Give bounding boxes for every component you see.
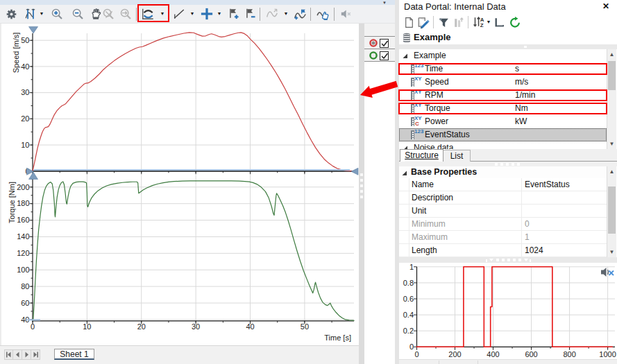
x-axis-title: Time [s]: [324, 333, 351, 342]
sheet-tab[interactable]: Sheet 1: [54, 349, 94, 360]
curve-operations-button[interactable]: [265, 7, 279, 21]
annotation-box-rpm: [398, 89, 607, 101]
series-torque: [33, 181, 354, 320]
annotation-box-band-cursor: [137, 4, 169, 22]
y-tick-label: 50: [21, 36, 29, 44]
refresh-button[interactable]: [508, 15, 522, 29]
sort-az-icon: A Z: [472, 16, 484, 28]
property-row-minimum[interactable]: Minimum 0: [399, 218, 607, 231]
property-row-unit[interactable]: Unit: [399, 205, 607, 218]
settings-button[interactable]: [4, 7, 18, 21]
data-portal-title: Data Portal: Internal Data: [404, 1, 506, 12]
replay-sound-button[interactable]: [339, 7, 353, 21]
chart-area[interactable]: 01020304050Speed [m/s]406080100120140160…: [0, 24, 359, 345]
property-row-length[interactable]: Length 1024: [399, 244, 607, 257]
slope-icon: [173, 8, 185, 20]
gear-icon: [6, 8, 17, 20]
y-tick-label: 0.6: [403, 295, 414, 303]
edit-pencil-icon: [417, 16, 430, 28]
y-tick-label: 140: [17, 232, 29, 241]
tree-row-eventstatus[interactable]: 123 EventStatus: [399, 128, 607, 141]
property-label: Unit: [412, 206, 426, 216]
curve-operations-dropdown[interactable]: ▼: [282, 10, 289, 17]
toolbar-separator: [468, 16, 468, 28]
crosshair-cursor-button[interactable]: [200, 7, 214, 21]
y-tick-label: 0: [409, 343, 414, 351]
tree-row-power[interactable]: XY C Power kW: [399, 115, 607, 128]
preview-speaker-muted-icon[interactable]: [600, 267, 616, 277]
property-value[interactable]: EventStatus: [525, 180, 570, 189]
magnifier-minus-icon: [71, 8, 84, 20]
cursor-mode-dropdown[interactable]: ▼: [38, 10, 45, 17]
properties-grid: Name EventStatus Description Unit Minimu…: [399, 178, 607, 257]
speaker-muted-icon: [339, 8, 352, 20]
property-label: Minimum: [412, 219, 446, 229]
toolbar-separator: [334, 8, 335, 21]
properties-display-button[interactable]: [492, 15, 506, 29]
flag-minus-icon: [244, 8, 257, 20]
legend-item-speed[interactable]: [364, 37, 395, 49]
tree-node-example[interactable]: Example: [399, 49, 607, 62]
set-flag-button[interactable]: [227, 7, 241, 21]
expanded-twisty-icon[interactable]: [402, 53, 408, 59]
plus-icon: [200, 7, 214, 21]
y-tick-label: 10: [21, 141, 29, 149]
legend-item-torque[interactable]: [364, 49, 395, 62]
legend-checkbox-torque[interactable]: [380, 51, 389, 60]
tab-list[interactable]: List: [443, 150, 471, 162]
previous-sheet-button[interactable]: [13, 349, 22, 360]
data-group-title: Example: [414, 32, 450, 42]
new-data-button[interactable]: [402, 15, 416, 29]
annotation-box-time: [398, 63, 607, 75]
delete-flag-button[interactable]: [244, 7, 257, 21]
property-value: 1: [525, 232, 530, 242]
data-group-header[interactable]: Example: [399, 31, 617, 44]
move-curve-button[interactable]: [316, 7, 330, 21]
legend-checkbox-speed[interactable]: [380, 39, 389, 48]
sort-button[interactable]: A Z: [471, 15, 485, 29]
property-row-name[interactable]: Name EventStatus: [399, 178, 607, 191]
last-sheet-button[interactable]: [31, 349, 40, 360]
tree-scrollbar[interactable]: ▲ ▼: [607, 49, 616, 149]
tab-structure[interactable]: Structure: [400, 149, 443, 162]
chart-legend-splitter[interactable]: [359, 24, 364, 364]
x-tick-label: 800: [563, 350, 575, 358]
zoom-previous-button[interactable]: [119, 7, 133, 21]
series-eventstatus: [417, 267, 613, 347]
edit-data-button[interactable]: [416, 15, 430, 29]
channel-preview-chart[interactable]: 00.20.40.60.8102004006008001000: [399, 263, 617, 359]
x-max-slider-handle: [351, 168, 358, 175]
channel-unit: kW: [515, 116, 527, 126]
y-tick-label: 60: [21, 299, 29, 307]
magnifier-undo-icon: [119, 8, 132, 20]
properties-preview-splitter[interactable]: [399, 257, 617, 263]
tree-properties-splitter[interactable]: [399, 162, 617, 166]
next-sheet-button[interactable]: [22, 349, 31, 360]
properties-group-header[interactable]: Base Properties: [399, 166, 617, 178]
expanded-twisty-icon[interactable]: [401, 170, 407, 176]
zoom-off-button[interactable]: [101, 7, 115, 21]
slope-cursor-dropdown[interactable]: ▼: [189, 10, 196, 17]
properties-scrollbar[interactable]: ▲ ▼: [607, 166, 616, 257]
window-left-edge: [0, 24, 1, 364]
x-tick-label: 0: [414, 350, 419, 358]
slope-cursor-button[interactable]: [172, 7, 186, 21]
close-button[interactable]: ✕: [600, 1, 611, 12]
crosshair-cursor-dropdown[interactable]: ▼: [216, 10, 223, 17]
group-splitter-strip[interactable]: [399, 44, 617, 49]
first-sheet-button[interactable]: [4, 349, 13, 360]
tree-node-label: Noise data: [414, 143, 453, 149]
tree-node-noise-data[interactable]: Noise data: [399, 141, 607, 149]
property-row-description[interactable]: Description: [399, 191, 607, 205]
numeric-channel-icon: 123: [411, 130, 425, 140]
zoom-in-button[interactable]: [50, 7, 64, 21]
tree-row-speed[interactable]: XY Speed m/s: [399, 76, 607, 89]
property-row-maximum[interactable]: Maximum 1: [399, 231, 607, 244]
flag-curve-section-button[interactable]: [293, 7, 307, 21]
sort-dropdown[interactable]: ▼: [485, 19, 492, 26]
zoom-out-button[interactable]: [71, 7, 85, 21]
cursor-mode-button[interactable]: [24, 7, 37, 21]
import-button[interactable]: [451, 15, 465, 29]
filter-button[interactable]: [437, 15, 450, 29]
pan-button[interactable]: [89, 7, 103, 21]
